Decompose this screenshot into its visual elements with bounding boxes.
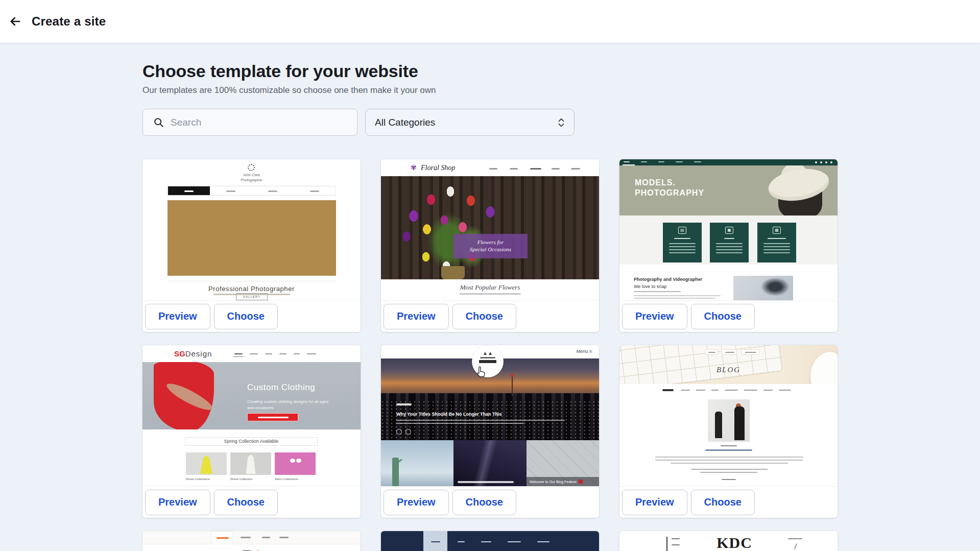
thumb-navbar (619, 159, 838, 165)
template-card-sg-design: SGDesign Custom Clothing Creating custom… (142, 345, 361, 518)
text-placeholder (655, 460, 803, 461)
card-actions: Preview Choose (142, 300, 361, 332)
text-placeholder (655, 457, 803, 458)
preview-button[interactable]: Preview (384, 490, 449, 515)
active-tab (423, 531, 447, 551)
feature-box: ▦ (757, 223, 796, 262)
template-thumb-partial-2[interactable] (381, 531, 599, 551)
choose-button[interactable]: Choose (452, 490, 516, 515)
thumb-menu: Menu ≡ (577, 349, 592, 354)
template-grid: John Clark Photographer Professional Pho… (142, 159, 980, 551)
template-thumb-partial-1[interactable] (142, 531, 361, 551)
window-title: Create a site (32, 14, 106, 29)
red-badge (579, 480, 583, 484)
choose-button[interactable]: Choose (452, 304, 516, 329)
text-placeholder (672, 538, 680, 539)
thumb-nav-chip (741, 349, 759, 355)
template-card-partial-1: Preview Choose (142, 531, 361, 551)
choose-button[interactable]: Choose (691, 490, 755, 515)
text-placeholder (624, 161, 630, 162)
thumb-navbar (381, 531, 599, 551)
thumb-logo-role: Photographer (142, 178, 361, 182)
thumb-nav-item (168, 186, 210, 195)
search-input[interactable] (171, 117, 339, 128)
thumb-caption-band: Welcome to Our Blog Feature (527, 477, 599, 486)
choose-button[interactable]: Choose (214, 490, 278, 515)
template-thumb-blog[interactable]: BLOG (619, 345, 838, 486)
tower-light (511, 374, 514, 377)
card-actions: Preview Choose (619, 300, 838, 332)
models-hero: MODELS. PHOTOGRAPHY (619, 165, 838, 215)
category-select[interactable]: All Categories (365, 109, 575, 136)
image-icon: ▣ (725, 227, 733, 234)
text-placeholder (724, 238, 734, 239)
chevron-up-down-icon (556, 116, 567, 129)
text-placeholder (641, 161, 647, 162)
back-button[interactable] (4, 10, 27, 33)
text-placeholder (763, 390, 773, 391)
post-thumbnails: Welcome to Our Blog Feature (381, 440, 599, 486)
thumb-navbar (168, 186, 336, 196)
choose-button[interactable]: Choose (214, 304, 278, 329)
text-placeholder (794, 543, 797, 549)
text-placeholder (634, 295, 721, 296)
category-select-value: All Categories (375, 117, 435, 128)
preview-button[interactable]: Preview (145, 304, 210, 329)
search-icon (153, 117, 164, 128)
text-placeholder (722, 479, 736, 480)
filter-controls: All Categories (142, 109, 980, 136)
text-placeholder (480, 357, 495, 358)
text-placeholder (674, 238, 690, 239)
active-tab-underline (233, 356, 244, 357)
preview-button[interactable]: Preview (622, 490, 687, 515)
choose-button[interactable]: Choose (691, 304, 755, 329)
text-placeholder (779, 390, 791, 391)
text-placeholder (763, 243, 790, 244)
template-thumb-photographer[interactable]: John Clark Photographer Professional Pho… (142, 159, 361, 300)
template-thumb-floral[interactable]: ✾ Floral Shop Flowers for Special Occasi… (381, 159, 599, 300)
text-placeholder (763, 249, 790, 250)
template-thumb-partial-3[interactable]: KDC (619, 531, 838, 551)
thumb-red-button (247, 413, 298, 421)
active-tab (211, 531, 233, 544)
ski-lift-photo: Welcome to Our Blog Feature (527, 440, 599, 486)
camera-icon: ▦ (773, 227, 781, 234)
swimsuit (296, 459, 301, 463)
thumb-caption: Welcome to Our Blog Feature (530, 480, 577, 484)
thumb-hero-title: MODELS. PHOTOGRAPHY (635, 178, 704, 198)
prev-arrow-icon (396, 429, 402, 435)
text-placeholder (184, 190, 194, 192)
thumb-nav-item (210, 186, 252, 195)
text-placeholder (672, 544, 680, 545)
text-placeholder (768, 238, 786, 239)
template-thumb-sg-design[interactable]: SGDesign Custom Clothing Creating custom… (142, 345, 361, 486)
text-placeholder (226, 190, 235, 192)
thumb-nav-chip (722, 349, 737, 355)
section-title: We love to snap (634, 284, 666, 289)
template-card-travel: Menu ≡ ▲▲ Why Your Titles Should Be (381, 345, 599, 518)
section-title: Photography and Videographer (634, 277, 702, 282)
preview-button[interactable]: Preview (622, 304, 687, 329)
text-placeholder (250, 353, 258, 354)
hero-overlay-box: Flowers for Special Occasions (453, 234, 528, 258)
text-placeholder (396, 403, 412, 405)
text-placeholder (711, 390, 719, 391)
office-photo (708, 399, 750, 442)
text-placeholder (694, 161, 701, 162)
template-thumb-travel[interactable]: Menu ≡ ▲▲ Why Your Titles Should Be (381, 345, 599, 486)
text-placeholder (716, 249, 743, 250)
page-title: Choose template for your website (142, 61, 980, 81)
template-card-partial-3: KDC Preview Choose (619, 531, 838, 551)
preview-button[interactable]: Preview (145, 490, 210, 515)
product-caption: Dress Collection (230, 477, 253, 481)
text-placeholder (725, 352, 734, 353)
thumb-navbar (142, 531, 361, 544)
text-placeholder (705, 449, 752, 451)
thumb-logo-name: John Clark (142, 173, 361, 177)
template-thumb-models[interactable]: MODELS. PHOTOGRAPHY ▤ ▣ (619, 159, 838, 300)
preview-button[interactable]: Preview (384, 304, 449, 329)
product-photo (275, 452, 316, 475)
text-placeholder (716, 252, 743, 253)
post-title: Why Your Titles Should Be No Longer Than… (396, 412, 502, 417)
overlay-line: Special Occasions (470, 246, 511, 253)
